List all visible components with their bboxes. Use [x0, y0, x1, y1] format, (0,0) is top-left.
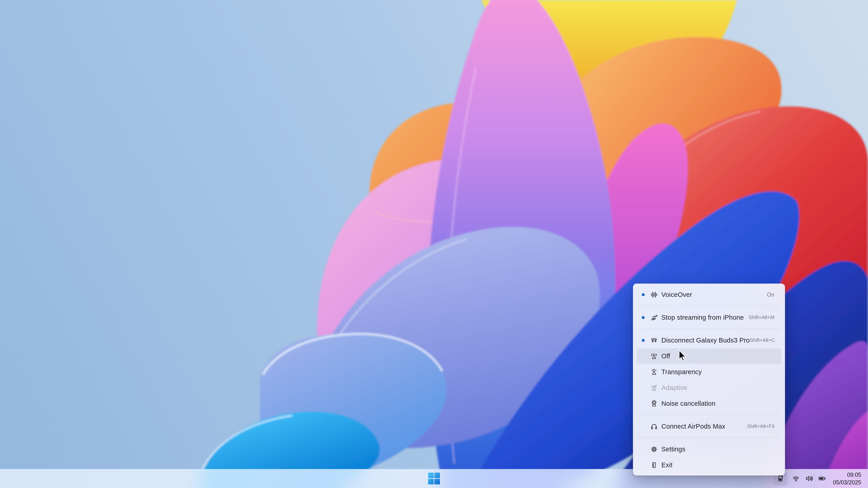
anc-adaptive-icon	[651, 384, 657, 391]
device-tray-icon	[776, 475, 784, 482]
menu-item-disconnect-galaxy-buds3-pro[interactable]: Disconnect Galaxy Buds3 ProShift+Alt+C	[637, 332, 781, 348]
menu-item-label: VoiceOver	[661, 291, 692, 298]
anc-off-icon	[651, 353, 657, 360]
menu-item-label: Stop streaming from iPhone	[661, 314, 744, 321]
menu-item-shortcut: Shift+Alt+F3	[747, 423, 774, 429]
menu-item-off[interactable]: Off	[637, 348, 781, 364]
menu-item-stop-streaming-from-iphone[interactable]: Stop streaming from iPhoneShift+Alt+M	[637, 310, 781, 325]
battery-icon[interactable]	[817, 471, 827, 486]
desktop: 09:05 05/03/2025 VoiceOverOnStop streami…	[0, 0, 868, 488]
system-tray: 09:05 05/03/2025	[773, 469, 861, 488]
earbuds-icon	[651, 337, 657, 344]
exit-door-icon	[651, 462, 657, 468]
menu-item-exit[interactable]: Exit	[637, 457, 781, 473]
menu-item-connect-airpods-max[interactable]: Connect AirPods MaxShift+Alt+F3	[637, 419, 781, 434]
menu-item-settings[interactable]: Settings	[637, 442, 781, 457]
gear-icon	[651, 446, 657, 453]
menu-item-label: Settings	[661, 446, 685, 453]
active-dot	[642, 293, 645, 296]
menu-separator	[637, 306, 781, 306]
menu-item-label: Noise cancellation	[661, 400, 715, 408]
music-stream-icon	[651, 314, 657, 321]
menu-item-label: Disconnect Galaxy Buds3 Pro	[661, 337, 750, 344]
wifi-icon	[792, 475, 800, 482]
volume-icon	[805, 475, 813, 482]
start-button[interactable]	[427, 471, 441, 486]
menu-item-label: Adaptive	[661, 384, 687, 392]
anc-transparency-icon	[651, 368, 657, 376]
windows-logo-icon	[428, 473, 440, 484]
wifi-icon[interactable]	[792, 471, 800, 486]
taskbar-clock[interactable]: 09:05 05/03/2025	[833, 471, 861, 486]
menu-item-adaptive: Adaptive	[637, 380, 781, 395]
menu-item-label: Connect AirPods Max	[661, 423, 725, 430]
menu-item-status: On	[767, 291, 774, 298]
menu-item-label: Off	[661, 352, 670, 360]
clock-time: 09:05	[833, 471, 861, 479]
menu-item-voiceover[interactable]: VoiceOverOn	[637, 287, 781, 302]
menu-item-noise-cancellation[interactable]: Noise cancellation	[637, 396, 781, 411]
headphones-icon	[651, 423, 657, 430]
menu-item-shortcut: Shift+Alt+C	[750, 337, 775, 343]
menu-separator	[637, 437, 781, 438]
battery-icon	[818, 475, 826, 482]
tray-menu: VoiceOverOnStop streaming from iPhoneShi…	[633, 284, 785, 476]
menu-item-label: Transparency	[661, 368, 702, 376]
active-dot	[642, 339, 645, 342]
clock-date: 05/03/2025	[833, 479, 861, 486]
volume-icon[interactable]	[804, 471, 813, 486]
menu-item-transparency[interactable]: Transparency	[637, 364, 781, 380]
menu-separator	[637, 329, 781, 329]
anc-noise-cancellation-icon	[651, 400, 657, 407]
arrow-cursor-icon	[679, 350, 686, 361]
tray-menu-list: VoiceOverOnStop streaming from iPhoneShi…	[633, 284, 785, 475]
active-dot	[642, 316, 645, 319]
voiceover-waveform-icon	[651, 291, 657, 298]
menu-item-shortcut: Shift+Alt+M	[749, 315, 774, 320]
menu-item-label: Exit	[661, 461, 673, 469]
